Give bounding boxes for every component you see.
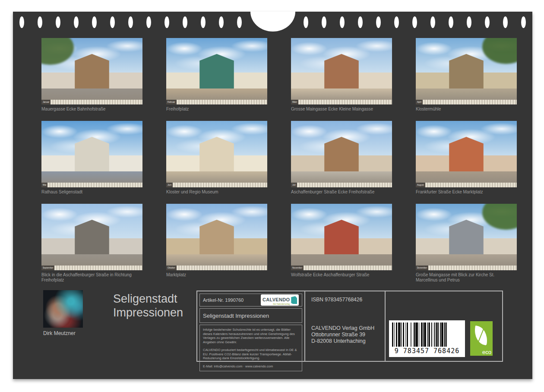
mini-calendar-strip: November xyxy=(291,266,392,270)
month-photo[interactable]: Dezember xyxy=(416,204,517,270)
thumbnail-caption: Wolfstraße Ecke Aschaffenburger Straße xyxy=(291,272,392,278)
month-label: Juni xyxy=(166,183,173,187)
day-cells xyxy=(173,183,267,187)
publisher-address-line: CALVENDO Verlag GmbH xyxy=(311,325,379,332)
month-thumbnail[interactable]: Dezember Große Maingasse mit Blick zur K… xyxy=(416,204,517,283)
spiral-binding-holes-right xyxy=(304,16,526,28)
binding-hole xyxy=(521,16,526,28)
binding-hole xyxy=(219,16,224,28)
month-thumbnail[interactable]: Mai Rathaus Seligenstadt xyxy=(41,121,142,195)
month-label: März xyxy=(291,100,298,104)
binding-hole xyxy=(358,16,363,28)
eco-label: eco xyxy=(482,349,491,355)
month-photo[interactable]: Mai xyxy=(41,121,142,187)
thumbnail-caption: Große Maingasse mit Blick zur Kirche St.… xyxy=(416,272,517,283)
day-cells xyxy=(304,266,392,270)
product-info-cell: Artikel-Nr. 1990760 CALVENDO Der Kalende… xyxy=(197,291,304,361)
eco-production-note: CALVENDO produziert bedarfsgerecht und k… xyxy=(203,348,299,360)
mini-calendar-strip: Januar xyxy=(41,100,142,104)
publisher-address-line: Ottobrunner Straße 39 xyxy=(311,332,379,338)
month-thumbnail[interactable]: August Frankfurter Straße Ecke Marktplat… xyxy=(416,121,517,195)
photo-main-building xyxy=(449,220,484,257)
binding-hole xyxy=(340,16,345,28)
calendar-back-cover-page: Januar Mauergasse Ecke Bahnhofstraße Feb… xyxy=(0,0,544,392)
month-label: November xyxy=(291,266,304,270)
thumbnail-caption: Mauergasse Ecke Bahnhofstraße xyxy=(41,107,142,112)
month-thumbnail[interactable]: April Klostermühle xyxy=(416,38,517,112)
day-cells xyxy=(51,100,142,104)
binding-hole xyxy=(128,16,133,28)
day-cells xyxy=(298,100,392,104)
day-cells xyxy=(423,100,517,104)
calvendo-wordmark: CALVENDO xyxy=(263,297,290,302)
month-photo[interactable]: September xyxy=(41,204,142,270)
month-photo[interactable]: August xyxy=(416,121,517,187)
month-thumbnail[interactable]: Juni Kloster und Regio Museum xyxy=(166,121,267,195)
mini-calendar-strip: August xyxy=(416,183,517,187)
binding-hole xyxy=(38,16,42,28)
author-name: Dirk Meutzner xyxy=(43,330,95,336)
hanger-hole xyxy=(250,12,295,32)
month-photo[interactable]: Februar xyxy=(166,38,267,104)
binding-hole xyxy=(304,16,308,28)
mini-calendar-strip: März xyxy=(291,100,392,104)
binding-hole xyxy=(110,16,115,28)
binding-hole xyxy=(449,16,453,28)
contact-line: E-Mail: info@calvendo.com · www.calvendo… xyxy=(203,364,299,369)
binding-hole xyxy=(201,16,206,28)
month-photo[interactable]: März xyxy=(291,38,392,104)
photo-main-building xyxy=(324,137,359,174)
calvendo-logo-text: CALVENDO Der Kalenderverlag xyxy=(263,295,290,305)
thumbnail-caption: Aschaffenburger Straße Ecke Freihofstraß… xyxy=(291,190,392,195)
barcode-space xyxy=(447,322,448,347)
month-photo[interactable]: November xyxy=(291,204,392,270)
author-portrait xyxy=(43,290,83,328)
month-thumbnail[interactable]: Januar Mauergasse Ecke Bahnhofstraße xyxy=(41,38,142,112)
thumbnail-caption: Frankfurter Straße Ecke Marktplatz xyxy=(416,190,517,195)
month-thumbnail[interactable]: Februar Freihofplatz xyxy=(166,38,267,112)
photo-main-building xyxy=(199,54,234,91)
month-photo[interactable]: April xyxy=(416,38,517,104)
month-thumbnail[interactable]: März Grosse Maingasse Ecke Kleine Mainga… xyxy=(291,38,392,112)
mini-calendar-strip: April xyxy=(416,100,517,104)
photo-main-building xyxy=(75,137,109,174)
calendar-title-line1: Seligenstadt xyxy=(113,292,183,306)
publisher-cell: ISBN 9783457768426 CALVENDO Verlag GmbHO… xyxy=(304,291,385,361)
month-photo[interactable]: Juli xyxy=(291,121,392,187)
photo-main-building xyxy=(449,137,484,174)
thumbnail-caption: Rathaus Seligenstadt xyxy=(41,190,142,195)
article-number-box: Artikel-Nr. 1990760 CALVENDO Der Kalende… xyxy=(199,294,302,307)
month-label: Mai xyxy=(41,183,47,187)
month-thumbnail[interactable]: Juli Aschaffenburger Straße Ecke Freihof… xyxy=(291,121,392,195)
month-thumbnail[interactable]: Oktober Marktplatz xyxy=(166,204,267,283)
month-photo[interactable]: Januar xyxy=(41,38,142,104)
barcode-digits: 9 783457 768426 xyxy=(392,347,462,355)
ean-barcode: 9 783457 768426 xyxy=(389,320,465,357)
binding-hole xyxy=(394,16,399,28)
barcode-bars xyxy=(392,322,462,347)
thumbnail-caption: Freihofplatz xyxy=(166,107,267,112)
month-photo[interactable]: Juni xyxy=(166,121,267,187)
month-label: Dezember xyxy=(416,266,428,270)
month-photo[interactable]: Oktober xyxy=(166,204,267,270)
thumbnail-caption: Klostermühle xyxy=(416,107,517,112)
photo-main-building xyxy=(75,220,109,257)
binding-hole xyxy=(412,16,417,28)
mini-calendar-strip: Juni xyxy=(166,183,267,187)
calendar-title: Seligenstadt Impressionen xyxy=(113,292,183,319)
product-title-box: Seligenstadt Impressionen xyxy=(199,308,302,323)
mini-calendar-strip: Februar xyxy=(166,100,267,104)
mini-calendar-strip: Oktober xyxy=(166,266,267,270)
day-cells xyxy=(297,183,392,187)
binding-hole xyxy=(430,16,435,28)
thumbnail-caption: Grosse Maingasse Ecke Kleine Maingasse xyxy=(291,107,392,112)
month-thumbnail[interactable]: November Wolfstraße Ecke Aschaffenburger… xyxy=(291,204,392,283)
day-cells xyxy=(47,183,142,187)
month-thumbnail[interactable]: September Blick in die Aschaffenburger S… xyxy=(41,204,142,283)
binding-hole xyxy=(467,16,471,28)
month-label: August xyxy=(416,183,425,187)
month-label: Januar xyxy=(41,100,51,104)
month-label: Juli xyxy=(291,183,297,187)
isbn-text: ISBN 9783457768426 xyxy=(311,297,379,303)
photo-main-building xyxy=(199,137,234,174)
